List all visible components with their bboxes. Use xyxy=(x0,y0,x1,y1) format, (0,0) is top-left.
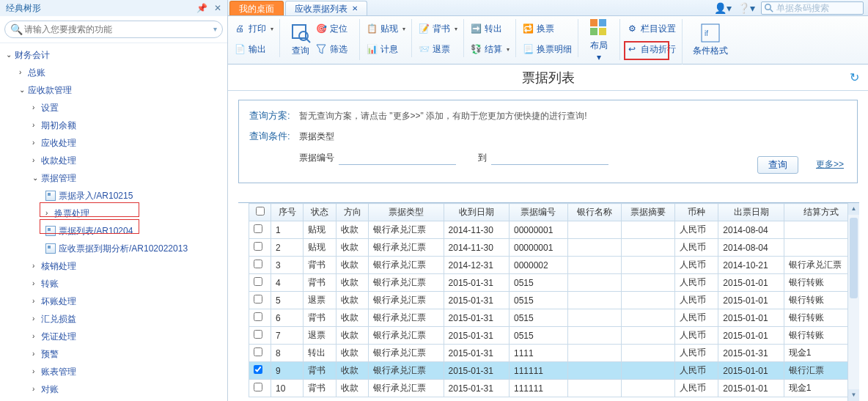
tree-item[interactable]: ›换票处理 xyxy=(3,205,227,222)
chevron-down-icon[interactable]: ▾ xyxy=(213,25,217,33)
tree-item[interactable]: ›总账 xyxy=(3,64,227,81)
scroll-thumb[interactable] xyxy=(850,218,858,298)
pin-icon[interactable]: 📌 xyxy=(196,3,207,13)
refresh-icon[interactable]: ↻ xyxy=(850,70,859,84)
tree-item[interactable]: ›设置 xyxy=(3,99,227,117)
svg-line-4 xyxy=(306,39,310,43)
row-checkbox[interactable] xyxy=(254,312,262,321)
output-button[interactable]: 📄输出 xyxy=(234,41,273,57)
column-header[interactable]: 序号 xyxy=(271,204,304,221)
row-checkbox[interactable] xyxy=(254,242,262,251)
discount-button[interactable]: 📋贴现▾ xyxy=(366,21,405,37)
reject-button[interactable]: 📨退票 xyxy=(418,41,457,57)
column-header[interactable]: 银行名称 xyxy=(567,204,621,221)
row-checkbox[interactable] xyxy=(254,383,262,391)
column-header[interactable]: 收到日期 xyxy=(444,204,509,221)
close-icon[interactable]: ✕ xyxy=(352,1,358,16)
sidebar-search-input[interactable] xyxy=(4,21,223,38)
tree-item[interactable]: ›汇兑损益 xyxy=(3,310,227,328)
tree-item-label: 预警 xyxy=(41,345,59,363)
cond-label: 查询条件: xyxy=(249,130,299,143)
tree-item[interactable]: ›预警 xyxy=(3,345,227,363)
tab-bar: 我的桌面 应收票据列表✕ 👤▾ ❔▾ 单据条码搜索 xyxy=(228,0,868,16)
row-checkbox[interactable] xyxy=(254,224,262,233)
tree-item[interactable]: ›收款处理 xyxy=(3,152,227,169)
column-header[interactable]: 出票日期 xyxy=(718,204,784,221)
tree-item[interactable]: ›账表管理 xyxy=(3,363,227,380)
column-header[interactable]: 币种 xyxy=(675,204,718,221)
tab-desktop[interactable]: 我的桌面 xyxy=(229,1,284,15)
row-checkbox[interactable] xyxy=(254,347,262,356)
tree-item[interactable]: 应收票据到期分析/AR102022013 xyxy=(3,240,227,257)
row-checkbox[interactable] xyxy=(254,277,262,286)
tree-item[interactable]: ›期初余额 xyxy=(3,117,227,134)
table-row[interactable]: 8转出收款银行承兑汇票2015-01-311111人民币2015-01-31现金… xyxy=(249,345,859,362)
table-row[interactable]: 2贴现收款银行承兑汇票2014-11-3000000001人民币2014-08-… xyxy=(249,239,859,257)
query-submit-button[interactable]: 查询 xyxy=(757,156,798,174)
column-header[interactable]: 票据编号 xyxy=(510,204,568,221)
help-icon[interactable]: ❔▾ xyxy=(738,2,755,14)
sidebar-search[interactable]: 🔍 ▾ xyxy=(4,21,223,38)
scheme-hint: 暂无查询方案，请点击 "更多>>" 添加，有助于您更加方便快捷的进行查询! xyxy=(299,110,587,122)
exchange-button[interactable]: 🔁换票 xyxy=(522,21,572,37)
bill-no-from-input[interactable] xyxy=(339,150,456,165)
tree-item[interactable]: ›坏账处理 xyxy=(3,293,227,310)
tree-item[interactable]: ⌄票据管理 xyxy=(3,169,227,187)
column-header[interactable]: 票据类型 xyxy=(369,204,444,221)
scroll-down-icon[interactable]: ▼ xyxy=(848,389,859,401)
filter-button[interactable]: 筛选 xyxy=(315,41,347,57)
svg-text:if: if xyxy=(705,29,708,37)
tree-item[interactable]: 票据列表/AR10204 xyxy=(3,222,227,240)
document-icon xyxy=(45,226,56,236)
scrollbar-vertical[interactable]: ▲ ▼ xyxy=(847,203,859,401)
table-row[interactable]: 9背书收款银行承兑汇票2015-01-31111111人民币2015-01-01… xyxy=(249,362,859,380)
tree-item[interactable]: ›对账 xyxy=(3,380,227,398)
tree-item[interactable]: ›转账 xyxy=(3,275,227,293)
column-header[interactable] xyxy=(249,204,271,221)
exchange-detail-button[interactable]: 📃换票明细 xyxy=(522,41,572,57)
row-checkbox[interactable] xyxy=(254,260,262,268)
column-header[interactable]: 状态 xyxy=(304,204,336,221)
col-settings-button[interactable]: ⚙栏目设置 xyxy=(626,21,676,37)
table-row[interactable]: 4背书收款银行承兑汇票2015-01-310515人民币2015-01-01银行… xyxy=(249,274,859,292)
row-checkbox[interactable] xyxy=(254,330,262,339)
auto-wrap-button[interactable]: ↩自动折行 xyxy=(626,41,676,57)
layout-button[interactable]: 布局▾ xyxy=(584,19,614,60)
table-row[interactable]: 7退票收款银行承兑汇票2015-01-310515人民币2015-01-01银行… xyxy=(249,327,859,345)
bill-no-to-input[interactable] xyxy=(491,150,608,165)
endorse-button[interactable]: 📝背书▾ xyxy=(418,21,457,37)
locate-button[interactable]: 🎯定位 xyxy=(315,21,347,37)
table-row[interactable]: 10背书收款银行承兑汇票2015-01-31111111人民币2015-01-0… xyxy=(249,380,859,397)
sidebar-header: 经典树形 📌 ✕ xyxy=(0,0,227,16)
scroll-up-icon[interactable]: ▲ xyxy=(848,203,859,215)
tree-root[interactable]: ⌄财务会计 xyxy=(3,46,227,64)
print-button[interactable]: 🖨打印▾ xyxy=(234,21,273,37)
tab-bill-list[interactable]: 应收票据列表✕ xyxy=(285,1,367,15)
barcode-search[interactable]: 单据条码搜索 xyxy=(761,1,864,15)
tree-item-label: 换票处理 xyxy=(54,205,89,222)
table-row[interactable]: 5退票收款银行承兑汇票2015-01-310515人民币2015-01-01银行… xyxy=(249,292,859,309)
transferout-button[interactable]: ➡️转出 xyxy=(470,21,510,37)
tree-item[interactable]: ›核销处理 xyxy=(3,257,227,275)
tree-item[interactable]: 票据录入/AR10215 xyxy=(3,187,227,205)
tree-item[interactable]: ›应收处理 xyxy=(3,134,227,152)
person-icon[interactable]: 👤▾ xyxy=(714,2,732,14)
row-checkbox[interactable] xyxy=(254,365,262,374)
interest-button[interactable]: 📊计息 xyxy=(366,41,405,57)
column-header[interactable]: 票据摘要 xyxy=(622,204,675,221)
column-header[interactable]: 方向 xyxy=(336,204,368,221)
tree-item[interactable]: ⌄应收款管理 xyxy=(3,81,227,99)
more-link[interactable]: 更多>> xyxy=(816,158,844,171)
tree-item-label: 账表管理 xyxy=(41,363,76,380)
select-all-checkbox[interactable] xyxy=(256,207,265,216)
table-row[interactable]: 6背书收款银行承兑汇票2015-01-310515人民币2015-01-01银行… xyxy=(249,309,859,327)
close-icon[interactable]: ✕ xyxy=(214,3,221,13)
row-checkbox[interactable] xyxy=(254,295,262,303)
settle-button[interactable]: 💱结算▾ xyxy=(470,41,510,57)
query-button[interactable]: 查询 xyxy=(286,19,315,60)
table-row[interactable]: 3背书收款银行承兑汇票2014-12-310000002人民币2014-10-2… xyxy=(249,257,859,274)
cond-format-button[interactable]: if条件格式 xyxy=(688,19,732,60)
tree-item[interactable]: ›凭证处理 xyxy=(3,328,227,345)
svg-rect-5 xyxy=(590,19,597,26)
table-row[interactable]: 1贴现收款银行承兑汇票2014-11-3000000001人民币2014-08-… xyxy=(249,221,859,239)
